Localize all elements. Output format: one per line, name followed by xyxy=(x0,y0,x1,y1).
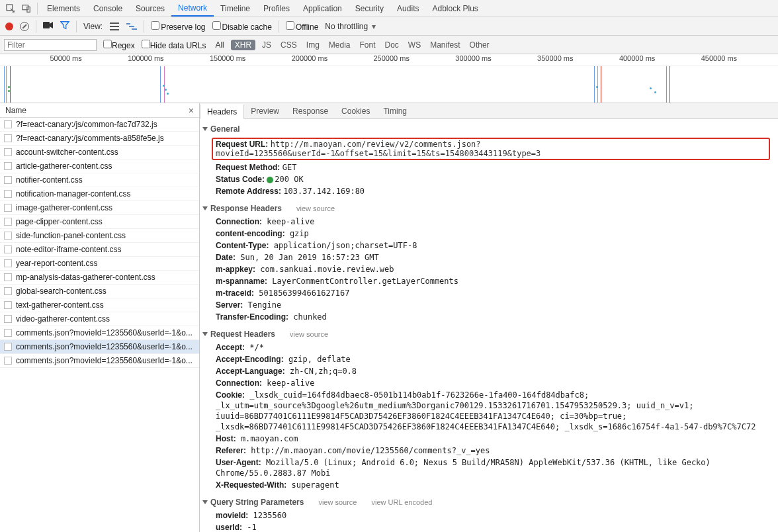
header-row: Accept-Encoding: gzip, deflate xyxy=(200,353,778,365)
file-icon xyxy=(4,343,12,351)
filter-type-manifest[interactable]: Manifest xyxy=(427,40,462,50)
request-row[interactable]: comments.json?movieId=1235560&userId=-1&… xyxy=(0,354,199,368)
general-section[interactable]: General xyxy=(200,122,778,136)
offline-checkbox[interactable]: Offline xyxy=(286,21,318,32)
filter-input[interactable] xyxy=(4,39,97,51)
inspect-icon[interactable] xyxy=(3,0,19,17)
hide-data-urls-checkbox[interactable]: Hide data URLs xyxy=(142,40,206,50)
filter-type-font[interactable]: Font xyxy=(357,40,378,50)
request-row[interactable]: video-gatherer-content.css xyxy=(0,312,199,326)
tab-elements[interactable]: Elements xyxy=(40,0,87,17)
file-icon xyxy=(4,176,12,184)
tab-profiles[interactable]: Profiles xyxy=(257,0,296,17)
response-headers-section[interactable]: Response Headersview source xyxy=(200,201,778,216)
tab-network[interactable]: Network xyxy=(171,0,214,17)
request-row[interactable]: year-report-content.css xyxy=(0,257,199,271)
file-icon xyxy=(4,232,12,240)
request-row[interactable]: text-gatherer-content.css xyxy=(0,298,199,312)
close-icon[interactable]: × xyxy=(189,105,194,116)
name-column-header[interactable]: Name xyxy=(5,106,26,115)
header-row: Connection: keep-alive xyxy=(200,216,778,228)
devtools-tabbar: ElementsConsoleSourcesNetworkTimelinePro… xyxy=(0,0,778,17)
filter-type-xhr[interactable]: XHR xyxy=(231,40,255,50)
request-name: article-gatherer-content.css xyxy=(16,161,112,171)
request-row[interactable]: account-switcher-content.css xyxy=(0,146,199,159)
header-row: movieId: 1235560 xyxy=(200,510,778,521)
record-icon[interactable] xyxy=(5,22,13,30)
separator xyxy=(144,21,144,32)
requests-list[interactable]: ?f=react-canary:/js/common-fac7d732.js?f… xyxy=(0,118,199,532)
header-row: Transfer-Encoding: chunked xyxy=(200,311,778,323)
tab-sources[interactable]: Sources xyxy=(129,0,171,17)
request-row[interactable]: notifier-content.css xyxy=(0,173,199,187)
tab-security[interactable]: Security xyxy=(349,0,390,17)
request-row[interactable]: ?f=react-canary:/js/comments-a858fe5e.js xyxy=(0,132,199,146)
view-source-link[interactable]: view source xyxy=(296,204,335,212)
filter-type-css[interactable]: CSS xyxy=(278,40,300,50)
request-row[interactable]: notification-manager-content.css xyxy=(0,187,199,201)
filter-type-media[interactable]: Media xyxy=(326,40,353,50)
throttling-select[interactable]: No throttling▾ xyxy=(325,22,376,31)
request-headers-section[interactable]: Request Headersview source xyxy=(200,327,778,341)
file-icon xyxy=(4,120,12,128)
svg-rect-3 xyxy=(43,22,50,28)
ruler-tick: 200000 ms xyxy=(292,54,327,62)
disable-cache-checkbox[interactable]: Disable cache xyxy=(212,21,272,32)
tab-audits[interactable]: Audits xyxy=(390,0,425,17)
filter-type-other[interactable]: Other xyxy=(467,40,492,50)
ruler-tick: 400000 ms xyxy=(619,54,655,62)
ruler-tick: 450000 ms xyxy=(701,54,737,62)
request-name: note-editor-iframe-content.css xyxy=(16,245,121,254)
filter-type-all[interactable]: All xyxy=(212,40,226,50)
view-source-link[interactable]: view source xyxy=(318,498,357,506)
filter-icon[interactable] xyxy=(60,21,69,32)
header-row: m-traceid: 5018563994661627167 xyxy=(200,287,778,299)
filter-type-img[interactable]: Img xyxy=(304,40,322,50)
tab-timeline[interactable]: Timeline xyxy=(214,0,257,17)
details-tab-cookies[interactable]: Cookies xyxy=(335,103,376,118)
request-row[interactable]: image-gatherer-content.css xyxy=(0,201,199,215)
details-tab-timing[interactable]: Timing xyxy=(376,103,413,118)
clear-icon[interactable] xyxy=(20,22,29,31)
query-string-section[interactable]: Query String Parametersview sourceview U… xyxy=(200,495,778,510)
preserve-log-checkbox[interactable]: Preserve log xyxy=(151,21,205,32)
network-toolbar: View: Preserve log Disable cache Offline… xyxy=(0,17,778,36)
timeline-overview[interactable]: 50000 ms100000 ms150000 ms200000 ms25000… xyxy=(0,54,778,103)
file-icon xyxy=(4,315,12,323)
header-row: m-appkey: com.sankuai.movie.review.web xyxy=(200,263,778,275)
details-tab-preview[interactable]: Preview xyxy=(244,103,286,118)
request-row[interactable]: side-function-panel-content.css xyxy=(0,229,199,243)
view-source-link[interactable]: view source xyxy=(290,330,328,338)
regex-checkbox[interactable]: Regex xyxy=(103,40,135,50)
filter-type-doc[interactable]: Doc xyxy=(382,40,402,50)
details-tabs: HeadersPreviewResponseCookiesTiming xyxy=(200,103,778,119)
device-mode-icon[interactable] xyxy=(19,0,34,17)
request-name: notification-manager-content.css xyxy=(16,189,130,199)
request-row[interactable]: global-search-content.css xyxy=(0,285,199,298)
separator xyxy=(279,21,279,32)
request-row[interactable]: comments.json?movieId=1235560&userId=-1&… xyxy=(0,326,199,340)
request-row[interactable]: ?f=react-canary:/js/common-fac7d732.js xyxy=(0,118,199,132)
tab-adblock-plus[interactable]: Adblock Plus xyxy=(425,0,484,17)
request-row[interactable]: article-gatherer-content.css xyxy=(0,159,199,173)
camera-icon[interactable] xyxy=(43,21,54,31)
details-tab-headers[interactable]: Headers xyxy=(200,104,244,119)
timeline-lanes xyxy=(0,66,778,103)
request-row[interactable]: page-clipper-content.css xyxy=(0,215,199,229)
file-icon xyxy=(4,329,12,337)
filter-type-ws[interactable]: WS xyxy=(406,40,423,50)
filter-type-js[interactable]: JS xyxy=(259,40,274,50)
request-row[interactable]: note-editor-iframe-content.css xyxy=(0,243,199,257)
view-url-encoded-link[interactable]: view URL encoded xyxy=(371,498,432,506)
file-icon xyxy=(4,259,12,267)
request-row[interactable]: mp-analysis-datas-gatherer-content.css xyxy=(0,271,199,285)
request-name: image-gatherer-content.css xyxy=(16,203,112,212)
request-row[interactable]: comments.json?movieId=1235560&userId=-1&… xyxy=(0,340,199,354)
details-tab-response[interactable]: Response xyxy=(286,103,335,118)
tab-console[interactable]: Console xyxy=(87,0,129,17)
view-label: View: xyxy=(83,22,103,31)
header-row: userId: -1 xyxy=(200,521,778,532)
waterfall-view-icon[interactable] xyxy=(126,22,137,30)
tab-application[interactable]: Application xyxy=(296,0,349,17)
list-view-icon[interactable] xyxy=(109,22,120,30)
